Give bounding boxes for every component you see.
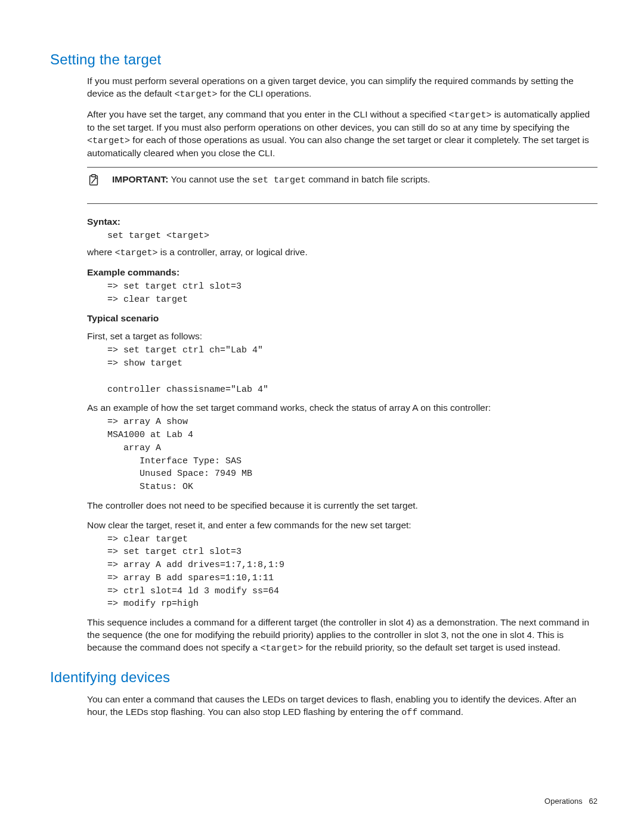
text: You cannot use the xyxy=(168,174,252,184)
typical-note: The controller does not need to be speci… xyxy=(87,500,597,512)
text: for each of those operations as usual. Y… xyxy=(87,135,589,158)
text: After you have set the target, any comma… xyxy=(87,109,449,119)
heading-identifying-devices: Identifying devices xyxy=(50,668,597,687)
section2-body: You can enter a command that causes the … xyxy=(87,693,597,719)
important-note: IMPORTANT: You cannot use the set target… xyxy=(87,167,597,204)
page: Setting the target If you must perform s… xyxy=(0,0,644,833)
inline-code: <target> xyxy=(115,248,158,258)
inline-code: set target xyxy=(252,175,306,185)
text: for the CLI operations. xyxy=(218,88,312,98)
para-intro: If you must perform several operations o… xyxy=(87,75,597,101)
typical-scenario-heading: Typical scenario xyxy=(87,312,597,325)
typical-now: Now clear the target, reset it, and ente… xyxy=(87,519,597,532)
inline-code: <target> xyxy=(175,89,218,100)
text: where xyxy=(87,247,115,257)
inline-code: <target> xyxy=(87,136,130,146)
syntax-code: set target <target> xyxy=(107,230,597,243)
section1-body: If you must perform several operations o… xyxy=(87,75,597,655)
text: command in batch file scripts. xyxy=(306,174,430,184)
typical-intro: First, set a target as follows: xyxy=(87,330,597,343)
important-text: IMPORTANT: You cannot use the set target… xyxy=(112,174,597,187)
typical-code-2: => array A show MSA1000 at Lab 4 array A… xyxy=(107,416,597,494)
inline-code: off xyxy=(401,708,417,718)
typical-sequence: This sequence includes a command for a d… xyxy=(87,617,597,655)
typical-check: As an example of how the set target comm… xyxy=(87,402,597,414)
text: You can enter a command that causes the … xyxy=(87,694,577,717)
inline-code: <target> xyxy=(260,643,303,654)
para-after-set: After you have set the target, any comma… xyxy=(87,109,597,160)
heading-setting-target: Setting the target xyxy=(50,50,597,69)
identifying-para: You can enter a command that causes the … xyxy=(87,693,597,719)
syntax-label: Syntax: xyxy=(87,216,597,228)
example-label: Example commands: xyxy=(87,267,597,279)
text: command. xyxy=(417,707,463,717)
footer-section: Operations xyxy=(544,797,583,806)
clipboard-icon xyxy=(87,174,100,187)
footer-page-number: 62 xyxy=(589,797,597,806)
svg-rect-1 xyxy=(92,175,95,177)
example-code: => set target ctrl slot=3 => clear targe… xyxy=(107,280,597,306)
text: If you must perform several operations o… xyxy=(87,76,574,98)
text: is a controller, array, or logical drive… xyxy=(158,247,308,257)
page-footer: Operations 62 xyxy=(544,796,597,807)
typical-code-3: => clear target => set target ctrl slot=… xyxy=(107,533,597,611)
important-label: IMPORTANT: xyxy=(112,174,168,184)
typical-code-1: => set target ctrl ch="Lab 4" => show ta… xyxy=(107,344,597,396)
text: for the rebuild priority, so the default… xyxy=(303,642,560,652)
where-text: where <target> is a controller, array, o… xyxy=(87,246,597,259)
inline-code: <target> xyxy=(449,110,492,120)
